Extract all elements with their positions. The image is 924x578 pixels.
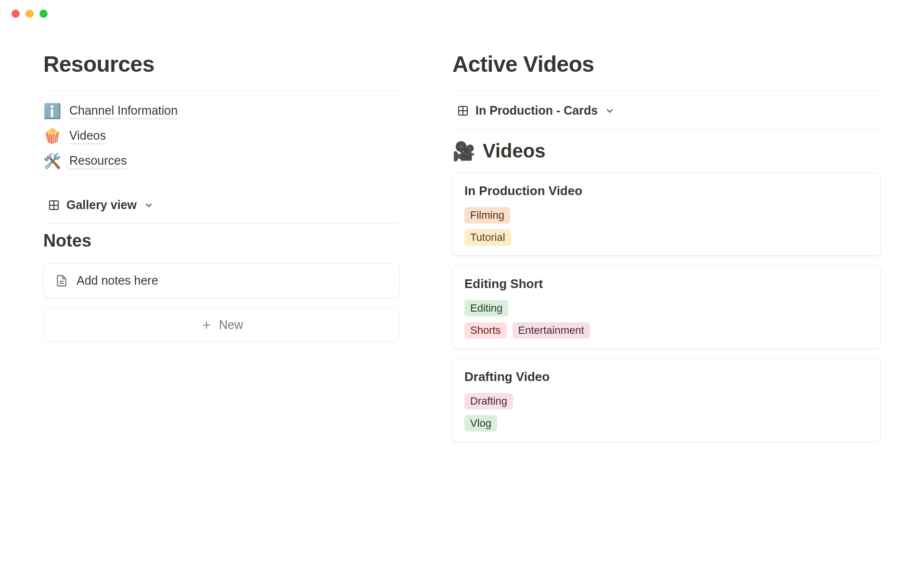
status-tag: Vlog bbox=[464, 415, 497, 432]
camera-icon: 🎥 bbox=[452, 141, 475, 162]
note-card-label: Add notes here bbox=[77, 274, 158, 288]
minimize-window-button[interactable] bbox=[26, 10, 34, 18]
tag-row: Filming bbox=[464, 207, 869, 223]
videos-section-heading: Videos bbox=[483, 140, 545, 162]
link-label[interactable]: Videos bbox=[69, 129, 106, 144]
window-titlebar bbox=[0, 0, 924, 27]
status-tag: Editing bbox=[464, 300, 508, 316]
video-card-title: In Production Video bbox=[464, 184, 869, 198]
tag-row: Tutorial bbox=[464, 229, 869, 246]
video-card-title: Editing Short bbox=[464, 276, 869, 291]
chevron-down-icon bbox=[143, 200, 154, 210]
active-videos-column: Active Videos In Production - Cards 🎥 Vi… bbox=[452, 51, 881, 451]
status-tag: Tutorial bbox=[464, 229, 511, 246]
plus-icon: ＋ bbox=[200, 318, 213, 331]
active-videos-heading: Active Videos bbox=[452, 51, 881, 77]
gallery-view-switch[interactable]: Gallery view bbox=[43, 198, 399, 224]
link-channel-information[interactable]: ℹ️ Channel Information bbox=[43, 104, 399, 119]
note-card[interactable]: Add notes here bbox=[43, 263, 399, 298]
notes-heading: Notes bbox=[43, 231, 399, 251]
tag-row: ShortsEntertainment bbox=[464, 322, 869, 339]
video-card[interactable]: Editing ShortEditingShortsEntertainment bbox=[452, 265, 881, 349]
link-resources[interactable]: 🛠️ Resources bbox=[43, 154, 399, 169]
view-switch-label: In Production - Cards bbox=[475, 104, 598, 118]
board-icon bbox=[48, 199, 60, 211]
status-tag: Shorts bbox=[464, 322, 507, 339]
tag-row: Editing bbox=[464, 300, 869, 316]
new-note-button[interactable]: ＋ New bbox=[43, 307, 399, 342]
status-tag: Entertainment bbox=[513, 322, 590, 339]
production-view-switch[interactable]: In Production - Cards bbox=[452, 104, 881, 130]
link-label[interactable]: Resources bbox=[69, 154, 127, 169]
link-videos[interactable]: 🍿 Videos bbox=[43, 129, 399, 144]
video-card[interactable]: Drafting VideoDraftingVlog bbox=[452, 358, 881, 442]
info-icon: ℹ️ bbox=[43, 104, 61, 118]
video-card-list: In Production VideoFilmingTutorialEditin… bbox=[452, 172, 881, 442]
resources-column: Resources ℹ️ Channel Information 🍿 Video… bbox=[43, 51, 399, 451]
chevron-down-icon bbox=[604, 105, 615, 116]
video-card-title: Drafting Video bbox=[464, 369, 869, 384]
resource-link-list: ℹ️ Channel Information 🍿 Videos 🛠️ Resou… bbox=[43, 104, 399, 169]
view-switch-label: Gallery view bbox=[66, 198, 137, 212]
divider bbox=[452, 91, 881, 91]
tools-icon: 🛠️ bbox=[43, 154, 61, 169]
divider bbox=[43, 91, 399, 91]
link-label[interactable]: Channel Information bbox=[69, 104, 178, 119]
status-tag: Drafting bbox=[464, 393, 513, 409]
videos-section-header[interactable]: 🎥 Videos bbox=[452, 140, 881, 162]
tag-row: Drafting bbox=[464, 393, 869, 409]
video-card[interactable]: In Production VideoFilmingTutorial bbox=[452, 172, 881, 256]
status-tag: Filming bbox=[464, 207, 510, 223]
maximize-window-button[interactable] bbox=[39, 10, 48, 18]
tag-row: Vlog bbox=[464, 415, 869, 432]
close-window-button[interactable] bbox=[12, 10, 20, 18]
resources-heading: Resources bbox=[43, 51, 399, 77]
board-icon bbox=[457, 105, 469, 117]
document-icon bbox=[55, 275, 68, 287]
popcorn-icon: 🍿 bbox=[43, 129, 61, 144]
new-button-label: New bbox=[219, 318, 243, 332]
